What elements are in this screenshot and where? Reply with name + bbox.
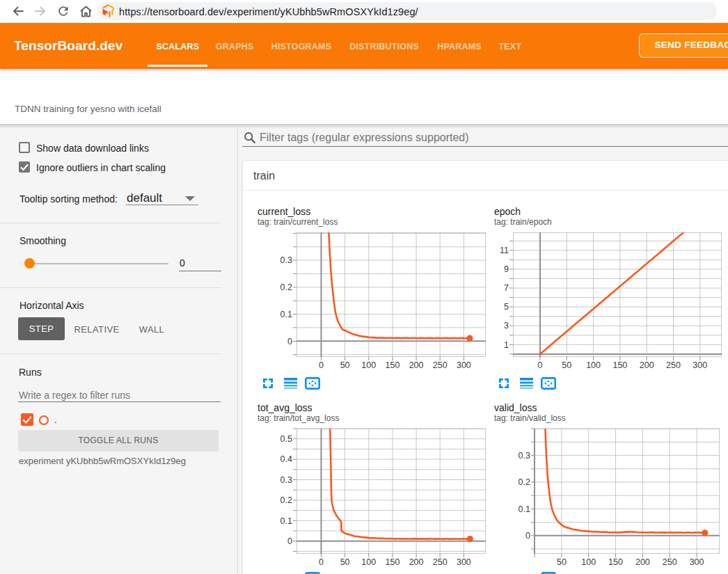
svg-text:7: 7 bbox=[504, 283, 509, 293]
svg-text:100: 100 bbox=[586, 360, 601, 370]
svg-text:0: 0 bbox=[525, 531, 530, 541]
svg-text:0: 0 bbox=[287, 536, 292, 546]
svg-text:300: 300 bbox=[457, 557, 471, 567]
svg-text:0.3: 0.3 bbox=[519, 451, 530, 461]
svg-text:250: 250 bbox=[666, 360, 681, 370]
svg-text:200: 200 bbox=[409, 360, 424, 370]
svg-text:250: 250 bbox=[433, 557, 448, 567]
svg-text:250: 250 bbox=[433, 360, 448, 370]
svg-text:0: 0 bbox=[538, 360, 543, 370]
svg-text:0.2: 0.2 bbox=[519, 477, 530, 487]
svg-text:11: 11 bbox=[500, 246, 509, 255]
svg-text:0.3: 0.3 bbox=[280, 255, 292, 265]
svg-text:50: 50 bbox=[557, 557, 567, 567]
svg-text:50: 50 bbox=[340, 360, 350, 370]
svg-text:0.1: 0.1 bbox=[519, 504, 530, 514]
svg-text:5: 5 bbox=[504, 302, 509, 312]
svg-text:150: 150 bbox=[612, 360, 627, 370]
svg-text:0.3: 0.3 bbox=[280, 475, 292, 485]
svg-text:200: 200 bbox=[409, 557, 424, 567]
svg-text:1: 1 bbox=[504, 340, 509, 350]
svg-text:200: 200 bbox=[640, 360, 654, 370]
svg-text:300: 300 bbox=[457, 360, 471, 370]
svg-text:0.1: 0.1 bbox=[280, 516, 292, 526]
svg-text:150: 150 bbox=[608, 557, 623, 567]
svg-text:0.2: 0.2 bbox=[280, 282, 292, 292]
svg-text:250: 250 bbox=[663, 557, 677, 567]
svg-text:100: 100 bbox=[581, 557, 596, 567]
svg-text:0: 0 bbox=[319, 557, 324, 567]
svg-text:150: 150 bbox=[386, 557, 400, 567]
svg-text:9: 9 bbox=[504, 264, 509, 274]
svg-text:0: 0 bbox=[319, 360, 324, 370]
svg-text:150: 150 bbox=[386, 360, 400, 370]
svg-text:50: 50 bbox=[562, 360, 571, 370]
svg-text:0.4: 0.4 bbox=[280, 454, 292, 464]
svg-text:3: 3 bbox=[504, 321, 509, 330]
svg-text:200: 200 bbox=[635, 557, 650, 567]
svg-text:100: 100 bbox=[361, 360, 376, 370]
svg-text:300: 300 bbox=[693, 360, 707, 370]
svg-text:100: 100 bbox=[361, 557, 376, 567]
svg-text:0.2: 0.2 bbox=[280, 495, 292, 505]
svg-text:0: 0 bbox=[287, 337, 292, 346]
svg-text:0.5: 0.5 bbox=[280, 434, 292, 444]
svg-text:300: 300 bbox=[690, 557, 704, 567]
svg-text:50: 50 bbox=[340, 557, 350, 567]
svg-text:0.1: 0.1 bbox=[280, 310, 292, 319]
